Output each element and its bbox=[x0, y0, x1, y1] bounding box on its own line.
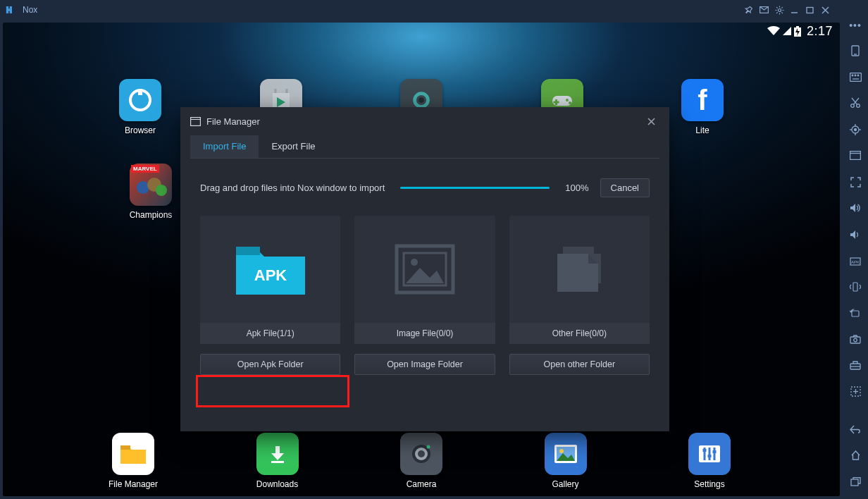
sidebar-multi-icon[interactable] bbox=[848, 384, 863, 399]
app-file-manager[interactable]: File Manager bbox=[101, 433, 165, 489]
dialog-tabs: Import File Export File bbox=[180, 135, 669, 158]
app-label: File Manager bbox=[108, 479, 158, 489]
svg-rect-33 bbox=[703, 449, 707, 452]
app-label: Browser bbox=[125, 125, 156, 135]
sidebar-scissors-icon[interactable] bbox=[848, 96, 863, 111]
sidebar-fullscreen-icon[interactable] bbox=[848, 174, 863, 189]
sidebar-rotate-icon[interactable] bbox=[848, 306, 863, 321]
svg-point-55 bbox=[855, 128, 857, 130]
app-label: Downloads bbox=[256, 479, 298, 489]
file-manager-dialog: File Manager Import File Export File Dra… bbox=[180, 107, 669, 431]
wifi-icon bbox=[767, 26, 780, 36]
titlebar-close-icon[interactable] bbox=[822, 6, 837, 14]
app-label: Settings bbox=[694, 479, 724, 489]
app-label: Camera bbox=[407, 479, 437, 489]
nox-logo bbox=[6, 5, 18, 15]
svg-rect-60 bbox=[850, 152, 861, 160]
sidebar-volume-up-icon[interactable] bbox=[848, 201, 863, 216]
open-apk-folder-button[interactable]: Open Apk Folder bbox=[200, 354, 340, 375]
open-image-folder-button[interactable]: Open Image Folder bbox=[354, 354, 495, 375]
svg-point-50 bbox=[857, 75, 859, 76]
titlebar-settings-icon[interactable] bbox=[775, 6, 790, 15]
import-status-row: Drag and drop files into Nox window to i… bbox=[180, 159, 669, 209]
app-browser[interactable]: Browser bbox=[108, 79, 172, 135]
import-progress-bar bbox=[400, 187, 550, 189]
svg-point-67 bbox=[854, 338, 857, 342]
svg-text:APK: APK bbox=[254, 266, 287, 284]
svg-point-11 bbox=[418, 97, 424, 103]
app-champions[interactable]: MARVEL Champions bbox=[119, 164, 182, 220]
svg-rect-20 bbox=[120, 445, 130, 450]
sidebar-volume-down-icon[interactable] bbox=[848, 227, 863, 242]
svg-rect-36 bbox=[191, 117, 201, 125]
nox-right-sidebar: ••• APK bbox=[843, 0, 868, 499]
svg-point-53 bbox=[857, 104, 860, 108]
sidebar-toolbox-icon[interactable] bbox=[848, 358, 863, 373]
svg-point-44 bbox=[411, 259, 418, 266]
signal-icon bbox=[783, 27, 791, 35]
app-label: Lite bbox=[695, 125, 709, 135]
apk-folder-icon: APK bbox=[200, 216, 340, 323]
cancel-button[interactable]: Cancel bbox=[600, 178, 650, 197]
import-message: Drag and drop files into Nox window to i… bbox=[200, 183, 385, 193]
titlebar-minimize-icon[interactable] bbox=[790, 6, 806, 14]
svg-point-24 bbox=[418, 450, 425, 457]
tab-import-file[interactable]: Import File bbox=[190, 135, 259, 158]
file-manager-icon bbox=[190, 117, 201, 126]
app-settings[interactable]: Settings bbox=[678, 433, 741, 489]
sidebar-keyboard-icon[interactable] bbox=[848, 70, 863, 85]
sidebar-device-icon[interactable] bbox=[848, 43, 863, 58]
svg-point-15 bbox=[566, 99, 569, 101]
svg-rect-14 bbox=[553, 101, 559, 104]
card-image-file[interactable]: Image File(0/0) bbox=[354, 216, 495, 344]
svg-point-16 bbox=[569, 101, 571, 104]
sidebar-more-icon[interactable]: ••• bbox=[849, 20, 862, 32]
svg-point-19 bbox=[156, 185, 167, 196]
window-titlebar: Nox bbox=[0, 0, 843, 20]
titlebar-maximize-icon[interactable] bbox=[806, 6, 822, 14]
card-other-file[interactable]: Other File(0/0) bbox=[509, 216, 650, 344]
app-facebook-lite[interactable]: f Lite bbox=[671, 79, 734, 135]
svg-rect-9 bbox=[138, 90, 142, 95]
card-apk-label: Apk File(1/1) bbox=[200, 323, 340, 344]
svg-point-52 bbox=[851, 104, 855, 108]
svg-rect-7 bbox=[796, 26, 799, 27]
sidebar-apk-icon[interactable]: APK bbox=[848, 253, 863, 268]
import-percent: 100% bbox=[565, 183, 588, 193]
titlebar-mail-icon[interactable] bbox=[760, 6, 775, 13]
svg-point-25 bbox=[427, 445, 430, 449]
svg-point-49 bbox=[855, 75, 856, 76]
apps-row-2: MARVEL Champions bbox=[119, 164, 182, 220]
sidebar-back-icon[interactable] bbox=[848, 421, 863, 436]
app-downloads[interactable]: Downloads bbox=[246, 433, 309, 489]
svg-point-48 bbox=[852, 75, 853, 76]
svg-point-28 bbox=[559, 449, 564, 453]
sidebar-shake-icon[interactable] bbox=[848, 279, 863, 294]
svg-rect-34 bbox=[708, 455, 712, 457]
tab-export-file[interactable]: Export File bbox=[259, 135, 328, 158]
sidebar-screenshot-icon[interactable] bbox=[848, 332, 863, 347]
dialog-title: File Manager bbox=[206, 116, 260, 127]
svg-rect-64 bbox=[853, 283, 857, 291]
sidebar-recent-icon[interactable] bbox=[848, 474, 863, 489]
dialog-close-icon[interactable] bbox=[643, 115, 659, 128]
svg-rect-35 bbox=[713, 450, 717, 453]
dialog-header: File Manager bbox=[180, 107, 669, 135]
svg-rect-73 bbox=[851, 479, 858, 486]
sidebar-home-icon[interactable] bbox=[848, 448, 863, 463]
card-apk-file[interactable]: APK Apk File(1/1) bbox=[200, 216, 340, 344]
battery-icon bbox=[794, 26, 801, 37]
sidebar-location-icon[interactable] bbox=[848, 122, 863, 137]
svg-rect-21 bbox=[271, 461, 284, 463]
open-other-folder-button[interactable]: Open other Folder bbox=[509, 354, 650, 375]
action-buttons-row: Open Apk Folder Open Image Folder Open o… bbox=[180, 344, 669, 375]
app-gallery[interactable]: Gallery bbox=[534, 433, 597, 489]
card-image-label: Image File(0/0) bbox=[354, 323, 495, 344]
svg-text:APK: APK bbox=[851, 260, 860, 264]
status-clock: 2:17 bbox=[807, 24, 833, 39]
app-camera[interactable]: Camera bbox=[390, 433, 453, 489]
image-icon bbox=[354, 216, 495, 323]
titlebar-pin-icon[interactable] bbox=[744, 6, 760, 14]
svg-rect-65 bbox=[852, 311, 859, 316]
sidebar-window-icon[interactable] bbox=[848, 148, 863, 163]
